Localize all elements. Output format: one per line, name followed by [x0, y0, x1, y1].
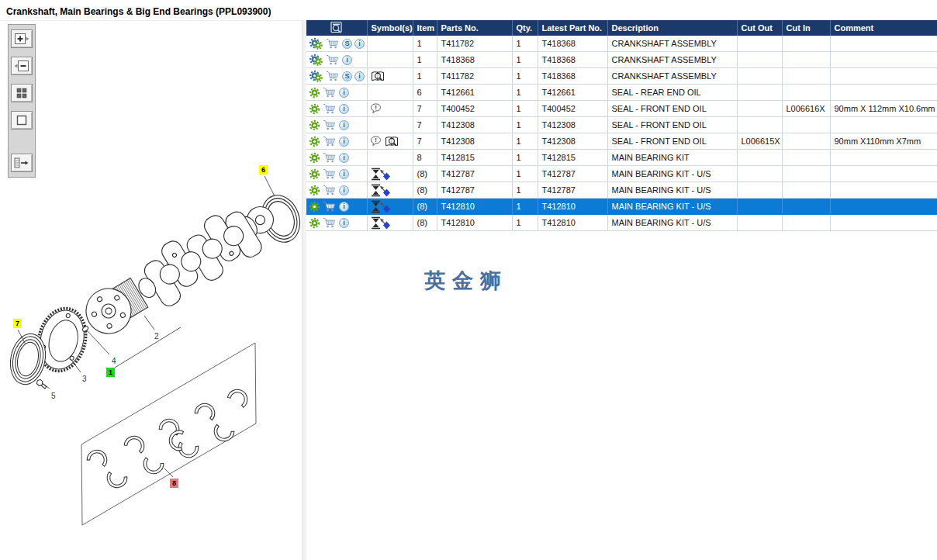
gear-pair-icon[interactable] [309, 70, 323, 83]
column-header-cut_in[interactable]: Cut In [782, 20, 830, 36]
table-row[interactable]: i8T4128151T412815MAIN BEARING KIT [306, 150, 937, 166]
diagram-callout-1[interactable]: 1 [106, 368, 115, 377]
cell-item: 8 [413, 150, 437, 166]
diagram-callout-4[interactable]: 4 [109, 356, 119, 367]
cart-icon[interactable] [323, 87, 337, 98]
table-row[interactable]: i1T4183681T418368CRANKSHAFT ASSEMBLY [306, 52, 937, 68]
column-header-item[interactable]: Item [413, 20, 437, 36]
svg-text:!: ! [375, 137, 377, 143]
cell-description: SEAL - FRONT END OIL [607, 101, 737, 117]
column-header-cut_out[interactable]: Cut Out [737, 20, 782, 36]
info-icon[interactable]: i [339, 202, 349, 212]
substitute-badge-icon[interactable]: S [342, 71, 352, 81]
gear-icon[interactable] [309, 217, 320, 229]
info-icon[interactable]: i [339, 88, 349, 98]
toggle-panel-button[interactable] [11, 154, 33, 172]
cart-icon[interactable] [326, 71, 340, 81]
cart-icon[interactable] [323, 201, 337, 212]
gear-pair-icon[interactable] [309, 54, 323, 67]
undersize-symbol-icon[interactable] [370, 168, 391, 181]
zoom-in-button[interactable] [11, 29, 33, 48]
cell-cut_out [737, 166, 782, 182]
zoom-box-button[interactable] [11, 111, 33, 130]
table-row[interactable]: i!7T4123081T412308SEAL - FRONT END OILL0… [306, 133, 937, 150]
table-row[interactable]: Si1T4117821T418368CRANKSHAFT ASSEMBLY [306, 68, 937, 85]
tile-grid-icon [16, 87, 28, 99]
cell-actions: i [306, 182, 367, 199]
cell-comment [830, 182, 937, 199]
cell-latest: T412787 [538, 166, 607, 182]
diagram-callout-8[interactable]: 8 [170, 479, 178, 488]
cell-symbols [367, 166, 413, 182]
diagram-callout-7[interactable]: 7 [13, 319, 22, 328]
gear-icon[interactable] [309, 119, 320, 131]
diagram-callout-5[interactable]: 5 [49, 391, 58, 402]
info-icon[interactable]: i [342, 55, 352, 65]
column-header-symbols[interactable]: Symbol(s) [367, 20, 413, 36]
cell-symbols [367, 85, 413, 101]
undersize-symbol-icon[interactable] [370, 216, 391, 230]
column-header-actions[interactable] [306, 20, 367, 36]
table-row[interactable]: i6T4126611T412661SEAL - REAR END OIL [306, 85, 937, 101]
column-header-parts_no[interactable]: Parts No. [437, 20, 512, 36]
undersize-symbol-icon[interactable] [370, 184, 391, 197]
cell-comment [830, 85, 937, 101]
cart-icon[interactable] [323, 136, 337, 147]
zoom-out-button[interactable] [11, 57, 33, 75]
gear-icon[interactable] [309, 185, 320, 196]
info-icon[interactable]: i [354, 71, 365, 81]
info-icon[interactable]: i [339, 120, 349, 130]
cell-parts_no: T412810 [437, 199, 512, 215]
table-row[interactable]: i(8)T4128101T412810MAIN BEARING KIT - U/… [306, 215, 937, 231]
cart-icon[interactable] [326, 54, 340, 65]
column-header-qty[interactable]: Qty. [512, 20, 538, 36]
info-icon[interactable]: i [339, 185, 349, 195]
cart-icon[interactable] [326, 38, 340, 49]
gear-icon[interactable] [309, 136, 320, 147]
cell-qty: 1 [512, 133, 538, 150]
info-icon[interactable]: i [354, 39, 365, 49]
cell-latest: T412661 [538, 85, 607, 101]
info-icon[interactable]: i [339, 218, 349, 228]
gear-icon[interactable] [309, 87, 320, 99]
table-row[interactable]: i7T4123081T412308SEAL - FRONT END OIL [306, 117, 937, 133]
gear-icon[interactable] [309, 201, 320, 213]
cart-icon[interactable] [323, 185, 337, 195]
table-row[interactable]: i!7T4004521T400452SEAL - FRONT END OILL0… [306, 101, 937, 117]
cell-comment [830, 166, 937, 182]
cell-item: (8) [413, 215, 437, 231]
table-row[interactable]: i(8)T4127871T412787MAIN BEARING KIT - U/… [306, 166, 937, 182]
gear-pair-icon[interactable] [309, 37, 323, 50]
book-search-icon[interactable] [384, 136, 400, 147]
table-row[interactable]: Si1T4117821T418368CRANKSHAFT ASSEMBLY [306, 36, 937, 52]
book-search-icon[interactable] [370, 71, 386, 82]
column-header-latest[interactable]: Latest Part No. [538, 20, 607, 36]
table-row[interactable]: i(8)T4127871T412787MAIN BEARING KIT - U/… [306, 182, 937, 199]
gear-icon[interactable] [309, 103, 320, 115]
info-icon[interactable]: i [339, 104, 349, 114]
info-icon[interactable]: i [339, 169, 349, 179]
gear-icon[interactable] [309, 152, 320, 164]
substitute-badge-icon[interactable]: S [342, 39, 352, 49]
cart-icon[interactable] [323, 168, 337, 179]
gear-icon[interactable] [309, 168, 320, 180]
column-header-comment[interactable]: Comment [830, 20, 937, 36]
cell-cut_out [737, 150, 782, 166]
cart-icon[interactable] [323, 119, 337, 130]
diagram-callout-3[interactable]: 3 [80, 374, 89, 385]
note-bubble-icon[interactable]: ! [370, 103, 382, 114]
info-icon[interactable]: i [339, 153, 349, 163]
note-bubble-icon[interactable]: ! [370, 136, 382, 147]
cell-symbols [367, 68, 413, 85]
undersize-symbol-icon[interactable] [370, 200, 391, 213]
cart-icon[interactable] [323, 217, 337, 228]
column-header-description[interactable]: Description [607, 20, 737, 36]
info-icon[interactable]: i [339, 137, 349, 147]
cart-icon[interactable] [323, 152, 337, 163]
tile-view-button[interactable] [11, 84, 33, 102]
diagram-callout-6[interactable]: 6 [259, 165, 268, 175]
cart-icon[interactable] [323, 103, 337, 114]
diagram-callout-2[interactable]: 2 [152, 331, 161, 342]
table-row[interactable]: i(8)T4128101T412810MAIN BEARING KIT - U/… [306, 199, 937, 215]
cell-description: MAIN BEARING KIT - U/S [607, 166, 737, 182]
